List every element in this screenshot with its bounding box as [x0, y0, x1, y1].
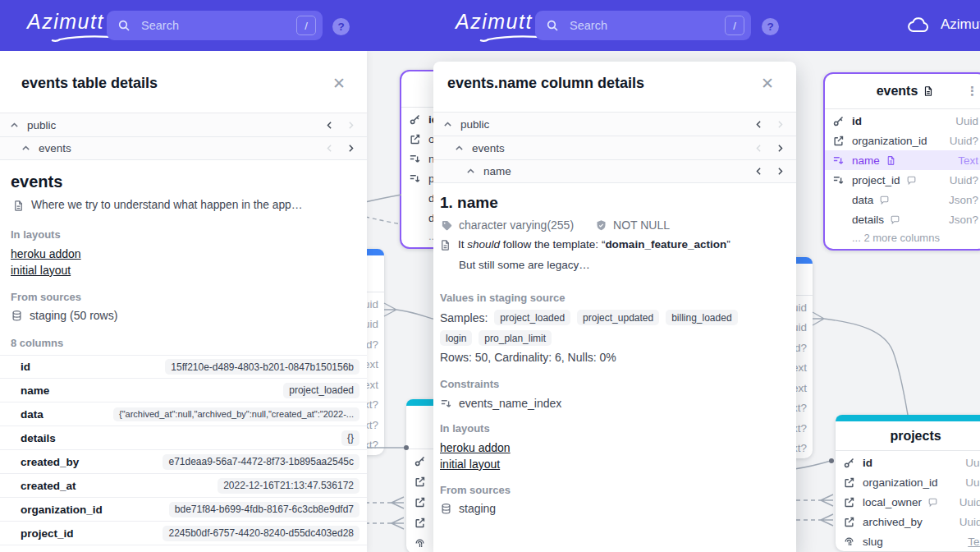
layouts-section-label: In layouts [440, 422, 796, 435]
column-row[interactable]: project_id2245b0df-6757-4420-8240-d55dc4… [0, 522, 367, 545]
column-row[interactable]: nameproject_loaded [0, 379, 367, 402]
sources-section-label: From sources [11, 291, 367, 303]
sample-pill: billing_loaded [666, 310, 737, 325]
column-stats: Rows: 50, Cardinality: 6, Nulls: 0% [440, 351, 796, 364]
chevron-left-icon[interactable] [324, 143, 335, 154]
column-row[interactable]: data{"archived_at":null,"archived_by":nu… [0, 402, 367, 426]
column-name: created_at [21, 480, 76, 492]
table-row[interactable]: organization_id Uuid? [825, 131, 980, 150]
column-type: Uuid [965, 457, 980, 469]
source-row: staging [440, 502, 796, 515]
column-name: project_id [852, 174, 900, 186]
help-button[interactable]: ? [762, 18, 779, 35]
chevron-up-icon[interactable] [442, 119, 453, 130]
more-columns[interactable]: ... 2 more columns [825, 229, 980, 249]
doc-icon [12, 200, 25, 212]
external-link-icon [843, 516, 857, 528]
table-row[interactable]: details Json? [825, 209, 980, 229]
chevron-left-icon[interactable] [324, 120, 335, 131]
external-link-icon [843, 476, 857, 489]
column-sample-value: bde71f84-b699-4fdb-8167-6c3cb8e9dfd7 [169, 502, 359, 518]
table-row[interactable]: organization_id Uuid [836, 472, 980, 492]
breadcrumb-label: name [483, 165, 511, 177]
chevron-up-icon[interactable] [9, 120, 20, 131]
column-row[interactable]: details{} [0, 426, 367, 450]
column-type: Text [958, 154, 978, 167]
column-row[interactable]: organization_idbde71f84-b699-4fdb-8167-6… [0, 498, 367, 522]
breadcrumb-table[interactable]: events [0, 136, 367, 160]
breadcrumb-table[interactable]: events [433, 136, 796, 159]
breadcrumb-schema[interactable]: public [0, 113, 367, 136]
help-button[interactable]: ? [332, 18, 350, 35]
search-input[interactable] [140, 18, 296, 33]
table-header[interactable]: projects [836, 421, 980, 451]
column-name: name [852, 154, 880, 167]
column-name: data [21, 408, 44, 421]
column-doc-line2: But still some are legacy… [459, 259, 796, 271]
cloud-icon[interactable] [908, 17, 930, 34]
chevron-left-icon[interactable] [753, 119, 764, 130]
breadcrumb-label: events [39, 142, 71, 154]
chevron-left-icon[interactable] [753, 143, 764, 154]
column-type: Uuid [965, 476, 980, 489]
table-row-highlighted[interactable]: name Text [825, 150, 980, 170]
panel-title-strong: events [21, 75, 68, 92]
sources-section-label: From sources [440, 484, 796, 496]
breadcrumb-schema[interactable]: public [433, 112, 796, 136]
comment-icon [906, 175, 917, 186]
layout-link[interactable]: heroku addon [11, 247, 81, 260]
search-box[interactable]: / [535, 11, 751, 40]
breadcrumb-column[interactable]: name [433, 159, 796, 183]
chevron-right-icon[interactable] [346, 143, 356, 154]
chevron-right-icon[interactable] [775, 143, 785, 154]
table-row[interactable]: project_id Uuid? [825, 170, 980, 190]
table-row[interactable]: id Uuid [825, 111, 980, 131]
sample-pill: project_updated [577, 310, 659, 325]
table-title: events [877, 84, 918, 99]
breadcrumb: public events [0, 113, 367, 160]
table-header[interactable]: events ⋮ [825, 74, 980, 109]
table-row[interactable]: data Json? [825, 190, 980, 209]
projects-table-card[interactable]: projects id Uuid organization_id Uuid lo… [836, 415, 980, 551]
logo-text: Azimutt [456, 10, 533, 33]
database-icon [11, 310, 23, 322]
table-menu-icon[interactable]: ⋮ [966, 84, 978, 99]
search-input[interactable] [568, 18, 725, 33]
tag-icon [441, 219, 453, 232]
column-details-panel: events.name column details ✕ public even… [433, 62, 796, 552]
search-icon [546, 19, 559, 32]
chevron-right-icon[interactable] [775, 119, 785, 130]
chevron-up-icon[interactable] [454, 143, 465, 154]
table-row[interactable]: id Uuid [836, 453, 980, 472]
azimutt-logo[interactable]: Azimutt [27, 10, 104, 34]
column-row[interactable]: id15ff210e-d489-4803-b201-0847b150156b [0, 355, 367, 379]
columns-list: id15ff210e-d489-4803-b201-0847b150156b n… [0, 355, 367, 545]
sample-pill: pro_plan_limit [479, 330, 552, 346]
column-name: details [852, 214, 884, 226]
account-label[interactable]: Azimutt [941, 16, 980, 33]
table-row[interactable]: local_owner Uuid? [836, 492, 980, 512]
layout-link[interactable]: initial layout [440, 458, 500, 471]
close-icon[interactable]: ✕ [332, 75, 346, 92]
table-row[interactable]: archived_by Uuid? [836, 512, 980, 531]
azimutt-logo[interactable]: Azimutt [456, 10, 533, 34]
chevron-right-icon[interactable] [775, 166, 785, 177]
search-box[interactable]: / [107, 11, 323, 40]
external-link-icon [843, 496, 857, 508]
column-heading: 1. name [440, 194, 796, 212]
layout-link[interactable]: heroku addon [440, 441, 511, 454]
column-row[interactable]: created_at2022-12-16T21:13:47.536172 [0, 474, 367, 498]
breadcrumb-label: public [460, 118, 489, 131]
chevron-up-icon[interactable] [465, 166, 476, 177]
external-link-icon [832, 135, 846, 147]
layout-link[interactable]: initial layout [11, 264, 71, 277]
chevron-right-icon[interactable] [346, 120, 356, 131]
close-icon[interactable]: ✕ [761, 75, 774, 92]
table-row[interactable]: slug Text [836, 531, 980, 551]
column-row[interactable]: created_bye71deaa9-56a7-4472-8f73-1b895a… [0, 450, 367, 474]
key-icon [843, 457, 857, 469]
constraint-name: events_name_index [459, 397, 561, 410]
events-table-card[interactable]: events ⋮ id Uuid organization_id Uuid? n… [823, 72, 980, 251]
chevron-left-icon[interactable] [753, 166, 764, 177]
chevron-up-icon[interactable] [21, 143, 31, 154]
